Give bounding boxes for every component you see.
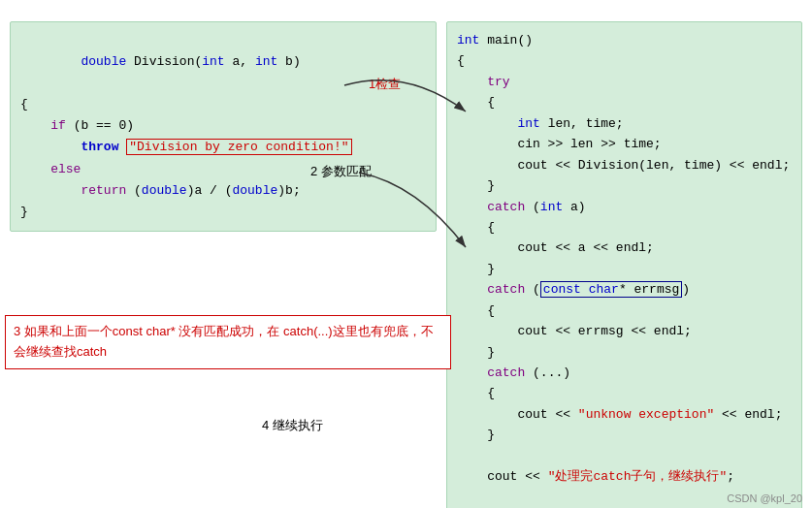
- left-panel: double Division(int a, int b) { if (b ==…: [0, 0, 446, 485]
- r-line-15: cout << errmsg << endl;: [457, 321, 792, 341]
- r-line-16: }: [457, 342, 792, 363]
- code-line-2: {: [20, 94, 426, 115]
- r-line-1: int main(): [457, 30, 792, 50]
- r-line-6: cin >> len >> time;: [457, 134, 792, 154]
- r-line-17: catch (...): [457, 363, 792, 383]
- right-code-block: int main() { try { int len, time; cin >>…: [446, 21, 802, 508]
- label-4: 4 继续执行: [262, 417, 323, 434]
- code-line-4: throw "Division by zero condition!": [20, 137, 426, 158]
- right-panel: int main() { try { int len, time; cin >>…: [446, 0, 812, 485]
- r-line-20: }: [457, 425, 792, 445]
- r-line-12: }: [457, 259, 792, 279]
- r-line-9: catch (int a): [457, 197, 792, 217]
- footer: CSDN @kpl_20: [727, 492, 802, 504]
- code-line-3: if (b == 0): [20, 115, 426, 137]
- left-code-block: double Division(int a, int b) { if (b ==…: [10, 21, 437, 232]
- label-1: 1检查: [369, 76, 401, 93]
- r-line-21: [457, 446, 792, 466]
- r-line-18: {: [457, 383, 792, 403]
- r-line-5: int len, time;: [457, 113, 792, 134]
- code-line-7: }: [20, 202, 426, 223]
- r-line-11: cout << a << endl;: [457, 238, 792, 258]
- r-line-22: cout << "处理完catch子句，继续执行";: [457, 466, 792, 487]
- r-line-14: {: [457, 301, 792, 321]
- r-line-2: {: [457, 50, 792, 71]
- type-double: double: [81, 54, 126, 69]
- code-line-6: return (double)a / (double)b;: [20, 180, 426, 202]
- r-line-7: cout << Division(len, time) << endl;: [457, 155, 792, 175]
- annotation-3: 3 如果和上面一个const char* 没有匹配成功，在 catch(...)…: [5, 315, 451, 369]
- code-line-1: double Division(int a, int b): [20, 30, 426, 94]
- label-2: 2 参数匹配: [310, 163, 372, 180]
- r-line-8: }: [457, 175, 792, 196]
- r-line-19: cout << "unknow exception" << endl;: [457, 404, 792, 425]
- r-line-10: {: [457, 217, 792, 238]
- r-line-13: catch (const char* errmsg): [457, 279, 792, 300]
- r-line-3: try: [457, 72, 792, 92]
- r-line-4: {: [457, 92, 792, 112]
